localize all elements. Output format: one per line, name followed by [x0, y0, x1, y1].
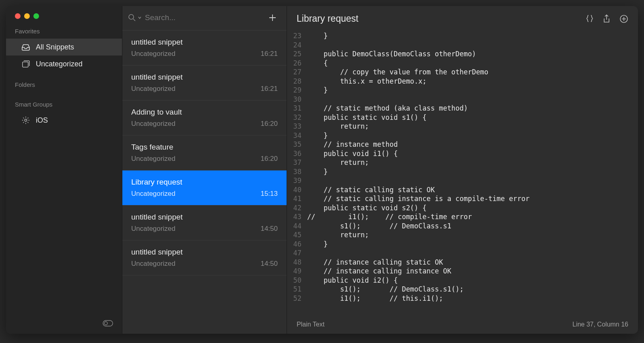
snippet-title: untitled snippet — [131, 38, 278, 47]
line-number: 42 — [287, 203, 307, 213]
snippet-item[interactable]: Adding to vaultUncategorized16:20 — [122, 101, 287, 136]
line-number: 47 — [287, 249, 307, 258]
line-number: 29 — [287, 86, 307, 95]
code-line: 25 public DemoClass(DemoClass otherDemo) — [287, 49, 638, 59]
editor-title: Library request — [297, 13, 358, 24]
snippet-category: Uncategorized — [131, 190, 175, 198]
snippet-category: Uncategorized — [131, 85, 175, 93]
code-line: 48 // instance calling static OK — [287, 258, 638, 267]
line-number: 44 — [287, 222, 307, 231]
code-line: 43// i1(); // compile-time error — [287, 212, 638, 222]
line-number: 37 — [287, 158, 307, 167]
svg-point-1 — [25, 119, 27, 121]
code-line: 46 } — [287, 240, 638, 249]
code-line: 35 // instance method — [287, 140, 638, 149]
snippet-time: 16:20 — [260, 155, 278, 163]
code-line: 34 } — [287, 131, 638, 140]
snippet-item[interactable]: untitled snippetUncategorized16:21 — [122, 66, 287, 101]
chevron-down-icon[interactable] — [138, 16, 142, 20]
close-window-button[interactable] — [15, 13, 21, 19]
line-number: 28 — [287, 77, 307, 86]
snippet-item[interactable]: untitled snippetUncategorized16:21 — [122, 30, 287, 66]
code-text: this.x = otherDemo.x; — [307, 77, 638, 86]
code-text: public void i2() { — [307, 276, 638, 285]
braces-icon[interactable] — [586, 14, 594, 23]
line-number: 48 — [287, 258, 307, 267]
search-input[interactable] — [145, 13, 262, 22]
snippet-category: Uncategorized — [131, 260, 175, 268]
line-number: 35 — [287, 140, 307, 149]
code-line: 23 } — [287, 31, 638, 41]
code-line: 28 this.x = otherDemo.x; — [287, 77, 638, 86]
line-number: 39 — [287, 176, 307, 185]
sidebar-item-ios[interactable]: iOS — [6, 112, 122, 129]
snippet-item[interactable]: untitled snippetUncategorized14:50 — [122, 205, 287, 240]
cursor-position: Line 37, Column 16 — [572, 321, 628, 328]
line-number: 45 — [287, 230, 307, 240]
search-icon — [128, 14, 136, 22]
svg-rect-0 — [23, 62, 28, 67]
code-text: return; — [307, 122, 638, 131]
code-line: 27 // copy the value from the otherDemo — [287, 68, 638, 77]
line-number: 50 — [287, 276, 307, 285]
code-line: 24 — [287, 41, 638, 50]
tray-icon — [21, 43, 30, 51]
plus-circle-icon[interactable] — [619, 14, 628, 23]
code-line: 41 // static calling instance is a compi… — [287, 194, 638, 203]
code-line: 31 // static method (aka class method) — [287, 104, 638, 113]
code-text: } — [307, 86, 638, 95]
code-line: 38 } — [287, 167, 638, 177]
sidebar-item-label: iOS — [36, 116, 48, 125]
line-number: 52 — [287, 294, 307, 303]
line-number: 25 — [287, 49, 307, 59]
sidebar-item-label: All Snippets — [36, 43, 74, 51]
snippet-item[interactable]: Tags featureUncategorized16:20 — [122, 136, 287, 170]
snippet-time: 16:20 — [260, 120, 278, 128]
snippet-item[interactable]: untitled snippetUncategorized14:50 — [122, 240, 287, 275]
code-text: // instance calling static OK — [307, 258, 638, 267]
code-text: public DemoClass(DemoClass otherDemo) — [307, 49, 638, 59]
code-line: 30 — [287, 95, 638, 104]
snippet-time: 14:50 — [260, 225, 278, 233]
code-editor[interactable]: 23 }2425 public DemoClass(DemoClass othe… — [287, 31, 638, 317]
code-line: 44 s1(); // DemoClass.s1 — [287, 222, 638, 231]
snippet-time: 16:21 — [260, 85, 278, 93]
snippet-time: 16:21 — [260, 50, 278, 58]
minimize-window-button[interactable] — [24, 13, 30, 19]
zoom-window-button[interactable] — [33, 13, 39, 19]
line-number: 43 — [287, 212, 307, 222]
add-snippet-button[interactable] — [266, 13, 279, 22]
sidebar-toggle-button[interactable] — [103, 320, 113, 327]
language-indicator[interactable]: Plain Text — [297, 321, 324, 328]
snippet-category: Uncategorized — [131, 225, 175, 233]
code-text: s1(); // DemoClass.s1 — [307, 222, 638, 231]
sidebar: Favorites All Snippets Uncategorized Fol… — [6, 6, 122, 334]
line-number: 27 — [287, 68, 307, 77]
snippet-time: 14:50 — [260, 260, 278, 268]
window-controls — [6, 6, 122, 19]
folders-header: Folders — [6, 72, 122, 92]
line-number: 30 — [287, 95, 307, 104]
code-text: } — [307, 240, 638, 249]
sidebar-item-uncategorized[interactable]: Uncategorized — [6, 55, 122, 72]
line-number: 23 — [287, 31, 307, 41]
code-text: return; — [307, 230, 638, 240]
share-icon[interactable] — [603, 14, 611, 23]
code-line: 32 public static void s1() { — [287, 113, 638, 122]
snippet-title: untitled snippet — [131, 213, 278, 222]
snippet-title: untitled snippet — [131, 248, 278, 257]
code-text: public static void s2() { — [307, 203, 638, 213]
sidebar-item-label: Uncategorized — [36, 60, 83, 68]
line-number: 33 — [287, 122, 307, 131]
code-text: // copy the value from the otherDemo — [307, 68, 638, 77]
code-text: } — [307, 31, 638, 41]
code-text: return; — [307, 158, 638, 167]
line-number: 26 — [287, 59, 307, 68]
code-text — [307, 95, 638, 104]
code-text — [307, 176, 638, 185]
sidebar-item-all-snippets[interactable]: All Snippets — [6, 39, 122, 55]
code-line: 47 — [287, 249, 638, 258]
snippet-title: Tags feature — [131, 143, 278, 152]
snippet-title: untitled snippet — [131, 73, 278, 82]
snippet-item[interactable]: Library requestUncategorized15:13 — [122, 170, 287, 205]
